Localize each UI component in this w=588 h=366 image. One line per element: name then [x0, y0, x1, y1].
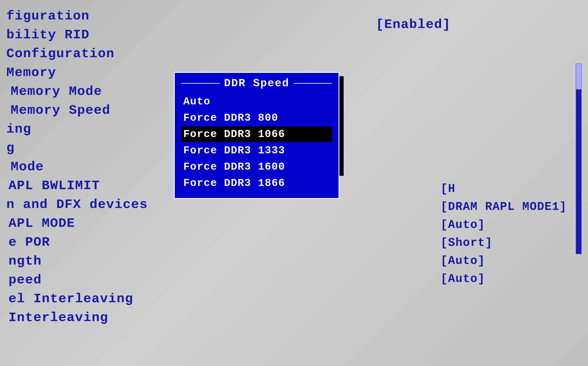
value-short: [Short]: [441, 236, 567, 250]
menu-item-e-por[interactable]: e POR: [6, 235, 140, 250]
ddr-option-1866[interactable]: Force DDR3 1866: [181, 175, 332, 191]
left-menu-panel: figuration bility RID Configuration Memo…: [0, 0, 144, 366]
right-values-panel: [Enabled]: [376, 17, 567, 91]
ddr-option-800[interactable]: Force DDR3 800: [181, 110, 332, 126]
menu-item-apl-bwlimit[interactable]: APL BWLIMIT: [6, 178, 140, 193]
menu-item-figuration: figuration: [6, 8, 140, 23]
ddr-option-1066[interactable]: Force DDR3 1066: [181, 126, 332, 142]
ddr-title-line-right: [294, 83, 332, 84]
value-auto3: [Auto]: [441, 272, 567, 286]
menu-item-apl-mode[interactable]: APL MODE: [6, 216, 140, 231]
ddr-option-1333[interactable]: Force DDR3 1333: [181, 143, 332, 158]
scrollbar-thumb[interactable]: [576, 64, 581, 89]
menu-item-memory-mode[interactable]: Memory Mode: [6, 84, 140, 99]
ddr-speed-popup[interactable]: DDR Speed Auto Force DDR3 800 Force DDR3…: [174, 72, 339, 199]
ddr-option-auto[interactable]: Auto: [181, 94, 332, 109]
menu-item-and-dfx[interactable]: n and DFX devices: [6, 197, 140, 212]
value-dram-rapl: [DRAM RAPL MODE1]: [441, 200, 567, 214]
value-auto2: [Auto]: [441, 254, 567, 267]
menu-item-peed: peed: [6, 272, 140, 287]
menu-item-mode[interactable]: Mode: [6, 159, 140, 174]
value-auto1: [Auto]: [441, 218, 567, 231]
menu-item-g: g: [6, 140, 140, 155]
ddr-title-line-left: [181, 83, 220, 84]
menu-item-bility-rid: bility RID: [6, 27, 140, 42]
value-enabled: [Enabled]: [376, 17, 567, 32]
scrollbar[interactable]: [576, 63, 582, 254]
value-h: [H: [441, 182, 567, 196]
menu-item-interleaving2[interactable]: Interleaving: [6, 310, 140, 325]
menu-item-memory-speed[interactable]: Memory Speed: [6, 103, 140, 118]
menu-item-interleaving[interactable]: el Interleaving: [6, 291, 140, 306]
bios-screen: figuration bility RID Configuration Memo…: [0, 0, 588, 366]
menu-item-configuration: Configuration: [6, 46, 140, 61]
menu-item-ing: ing: [6, 122, 140, 137]
ddr-option-1600[interactable]: Force DDR3 1600: [181, 159, 332, 175]
ddr-title-text: DDR Speed: [220, 77, 294, 90]
right-values-below: [H [DRAM RAPL MODE1] [Auto] [Short] [Aut…: [441, 182, 567, 290]
menu-item-ngth: ngth: [6, 253, 140, 269]
menu-item-memory: Memory: [6, 65, 140, 80]
ddr-title-bar: DDR Speed: [181, 77, 332, 90]
